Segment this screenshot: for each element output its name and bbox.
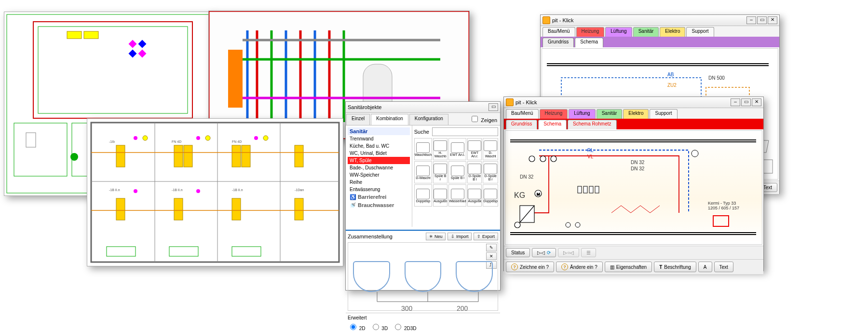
- tab-elektro[interactable]: Elektro: [660, 27, 685, 37]
- tab-support[interactable]: Support: [686, 27, 714, 37]
- close-button[interactable]: ✕: [768, 16, 777, 24]
- svg-point-48: [196, 136, 200, 140]
- symbol-item[interactable]: EWT An.l.: [448, 138, 466, 160]
- tab-heizung[interactable]: Heizung: [576, 27, 605, 37]
- tree-item[interactable]: Reihe: [348, 179, 410, 186]
- svg-rect-42: [232, 198, 241, 220]
- svg-point-50: [134, 189, 137, 193]
- beschriftung-button[interactable]: T Beschriftung: [654, 262, 696, 272]
- tree-header-sanitaer[interactable]: Sanitär: [348, 127, 410, 135]
- tab-konfiguration[interactable]: Konfiguration: [409, 114, 448, 125]
- svg-point-51: [196, 189, 200, 193]
- zeigen-checkbox[interactable]: Zeigen: [470, 117, 497, 123]
- maximize-button[interactable]: ▭: [757, 16, 767, 24]
- neu-button[interactable]: ✳ Neu: [426, 233, 446, 240]
- status-button[interactable]: Status: [506, 248, 530, 257]
- category-tree[interactable]: Sanitär Trennwand Küche, Bad u. WC WC, U…: [346, 125, 412, 227]
- tree-item[interactable]: Trennwand: [348, 135, 410, 142]
- subtab-grundriss[interactable]: Grundriss: [506, 120, 537, 129]
- preview-tool[interactable]: ✕: [486, 252, 497, 260]
- svg-text:-1B II.n: -1B II.n: [232, 188, 243, 192]
- tree-item[interactable]: WC, Urinal, Bidet: [348, 150, 410, 157]
- tab-kombination[interactable]: Kombination: [371, 114, 408, 125]
- preview-tool[interactable]: ✎: [486, 244, 497, 251]
- tab-einzel[interactable]: Einzel: [346, 114, 370, 125]
- titlebar[interactable]: pit - Klick – ▭ ✕: [541, 15, 779, 26]
- titlebar[interactable]: Sanitärobjekte ▭: [346, 102, 500, 113]
- symbol-item[interactable]: Waschtisch: [414, 138, 433, 160]
- maximize-button[interactable]: ▭: [741, 98, 751, 106]
- minimize-button[interactable]: –: [731, 98, 740, 106]
- minimize-button[interactable]: –: [746, 16, 756, 24]
- valve-tool-1[interactable]: ▷◁⟳: [532, 248, 556, 257]
- subtab-rohmetz[interactable]: Schema Rohmetz: [568, 120, 616, 129]
- svg-point-54: [263, 136, 268, 140]
- subtab-schema[interactable]: Schema: [575, 38, 603, 47]
- symbol-item[interactable]: Wasserbad: [448, 184, 466, 207]
- tab-heizung[interactable]: Heizung: [540, 109, 568, 119]
- symbol-item[interactable]: H-Waschb: [433, 138, 448, 160]
- radio-3d[interactable]: 3D: [370, 322, 388, 331]
- symbol-item[interactable]: Doppelsp: [414, 184, 433, 207]
- svg-rect-16: [228, 50, 243, 108]
- schema-canvas[interactable]: RL VL DN 32 DN 32 DN 32 KG 1 Kermi - Typ…: [505, 130, 762, 245]
- symbol-item[interactable]: Ausgußb: [433, 184, 448, 207]
- svg-point-74: [551, 156, 556, 162]
- tree-item[interactable]: Küche, Bad u. WC: [348, 142, 410, 150]
- tab-support[interactable]: Support: [650, 109, 677, 119]
- symbol-item[interactable]: D-Spüle B l: [467, 161, 482, 183]
- tree-item[interactable]: Entwässerung: [348, 186, 410, 193]
- svg-point-84: [566, 222, 570, 227]
- tree-item-selected[interactable]: WT, Spüle: [348, 157, 410, 164]
- symbol-item[interactable]: D-Wascht: [414, 161, 433, 183]
- export-button[interactable]: ⇧ Export: [474, 233, 498, 240]
- tree-header-barrierefrei[interactable]: ♿ Barrierefrei: [348, 193, 410, 201]
- close-button[interactable]: ▭: [488, 103, 498, 111]
- subtab-grundriss[interactable]: Grundriss: [542, 38, 574, 47]
- tab-sanitaer[interactable]: Sanitär: [597, 109, 623, 119]
- tab-lueftung[interactable]: Lüftung: [605, 27, 632, 37]
- zusammenstellung-panel: Zusammenstellung ✳ Neu ⇩ Import ⇧ Export…: [346, 230, 500, 313]
- window-title: pit - Klick: [552, 17, 574, 23]
- tab-baumenu[interactable]: Bau/Menü: [542, 27, 575, 37]
- close-button[interactable]: ✕: [752, 98, 761, 106]
- text-button[interactable]: Text: [714, 262, 733, 272]
- svg-rect-38: [232, 145, 241, 167]
- preview-canvas[interactable]: ✎ ✕ ⤴ 300 200: [348, 242, 498, 311]
- symbol-item[interactable]: EWT An.r.: [467, 138, 482, 160]
- status-bar: Status ▷◁⟳ ▷○◁ ☰: [504, 246, 763, 259]
- tab-baumenu[interactable]: Bau/Menü: [506, 109, 539, 119]
- symbol-item[interactable]: Doppelsp: [483, 184, 498, 207]
- tab-sanitaer[interactable]: Sanitär: [633, 27, 659, 37]
- import-button[interactable]: ⇩ Import: [448, 233, 472, 240]
- radio-2d[interactable]: 2D: [348, 322, 366, 331]
- tree-item[interactable]: Bade-, Duschwanne: [348, 164, 410, 171]
- aendere-button[interactable]: ?Ändere ein ?: [556, 262, 603, 272]
- svg-point-12: [70, 153, 78, 161]
- symbol-item[interactable]: D-Wascht: [483, 138, 498, 160]
- tab-elektro[interactable]: Elektro: [623, 109, 649, 119]
- valve-tool-2[interactable]: ▷○◁: [558, 248, 579, 257]
- pitklick-window-front: pit - Klick – ▭ ✕ Bau/Menü Heizung Lüftu…: [503, 97, 764, 271]
- radio-2d3d[interactable]: 2D3D: [393, 322, 416, 331]
- svg-rect-79: [578, 186, 582, 193]
- a-button[interactable]: A: [698, 262, 712, 272]
- tree-header-brauchwasser[interactable]: 🚿 Brauchwasser: [348, 201, 410, 209]
- symbol-grid-pane: Suche Waschtisch H-Waschb EWT An.l. EWT …: [412, 125, 500, 227]
- symbol-item[interactable]: Spüle B l: [448, 161, 466, 183]
- valve-tool-3[interactable]: ☰: [581, 248, 596, 257]
- zeichne-button[interactable]: ?Zeichne ein ?: [506, 262, 554, 272]
- eigenschaften-button[interactable]: ▥ Eigenschaften: [605, 262, 652, 272]
- svg-rect-80: [583, 186, 587, 193]
- svg-rect-7: [84, 31, 98, 39]
- subtab-schema[interactable]: Schema: [538, 120, 567, 129]
- search-input[interactable]: [432, 127, 498, 136]
- tab-lueftung[interactable]: Lüftung: [569, 109, 595, 119]
- sink-symbol: [353, 261, 390, 292]
- symbol-item[interactable]: D-Spüle B r: [483, 161, 498, 183]
- svg-point-49: [254, 136, 258, 140]
- tree-item[interactable]: WW-Speicher: [348, 171, 410, 179]
- symbol-item[interactable]: Spüle B r: [433, 161, 448, 183]
- symbol-item[interactable]: Ausgußk: [467, 184, 482, 207]
- titlebar[interactable]: pit - Klick – ▭ ✕: [504, 97, 763, 108]
